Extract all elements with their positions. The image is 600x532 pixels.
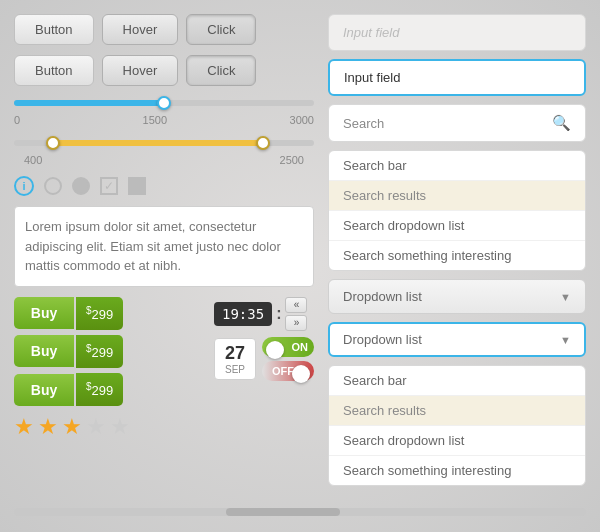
price-tag-2: $299 [76, 335, 123, 368]
input-field-empty[interactable]: Input field [328, 14, 586, 51]
dropdown-list-2: Search bar Search results Search dropdow… [328, 365, 586, 486]
scrollbar-thumb [226, 508, 340, 516]
button-hover-1[interactable]: Hover [102, 14, 179, 45]
buy-button-2[interactable]: Buy [14, 335, 74, 367]
toggle-off[interactable]: OFF [262, 361, 314, 381]
buy-row-2: Buy $299 [14, 335, 204, 368]
button-normal-2[interactable]: Button [14, 55, 94, 86]
button-row-1: Button Hover Click [14, 14, 314, 45]
button-click-1[interactable]: Click [186, 14, 256, 45]
star-5[interactable]: ★ [110, 414, 130, 440]
dropdown-select-2[interactable]: Dropdown list ▼ [328, 322, 586, 357]
button-click-2[interactable]: Click [186, 55, 256, 86]
price-tag-3: $299 [76, 373, 123, 406]
controls-group: 19:35 : « » 27 SEP ON OFF [214, 297, 314, 441]
slider-2: 400 2500 [14, 136, 314, 166]
buy-button-1[interactable]: Buy [14, 297, 74, 329]
dropdown-item-1-4[interactable]: Search something interesting [329, 241, 585, 270]
right-panel: Input field Input field Search 🔍 Search … [328, 14, 586, 486]
dropdown-item-2-3[interactable]: Search dropdown list [329, 426, 585, 456]
range-track[interactable] [14, 140, 314, 146]
buy-section: Buy $299 Buy $299 Buy $299 [14, 297, 204, 407]
left-panel: Button Hover Click Button Hover Click 0 … [14, 14, 314, 486]
checkbox-filled[interactable] [128, 177, 146, 195]
textarea[interactable]: Lorem ipsum dolor sit amet, consectetur … [14, 206, 314, 287]
star-2[interactable]: ★ [38, 414, 58, 440]
radio-selected[interactable] [72, 177, 90, 195]
slider-1-labels: 0 1500 3000 [14, 114, 314, 126]
slider-1-thumb[interactable] [157, 96, 171, 110]
buy-button-3[interactable]: Buy [14, 374, 74, 406]
dropdown-list-1: Search bar Search results Search dropdow… [328, 150, 586, 271]
slider-1-value: 1500 [143, 114, 167, 126]
calendar-month: SEP [225, 364, 245, 375]
button-row-2: Button Hover Click [14, 55, 314, 86]
slider-1-max: 3000 [290, 114, 314, 126]
dropdown-item-1-2[interactable]: Search results [329, 181, 585, 211]
range-thumb-right[interactable] [256, 136, 270, 150]
time-picker: 19:35 : « » [214, 297, 307, 331]
time-separator: : [276, 305, 281, 323]
bottom-scrollbar[interactable] [14, 508, 586, 516]
dropdown-select-1-label: Dropdown list [343, 289, 422, 304]
buy-row-1: Buy $299 [14, 297, 204, 330]
stars-row: ★ ★ ★ ★ ★ [14, 414, 204, 440]
calendar-box: 27 SEP [214, 338, 256, 380]
prev-arrow[interactable]: « [285, 297, 307, 313]
price-tag-1: $299 [76, 297, 123, 330]
checkbox-checked[interactable]: ✓ [100, 177, 118, 195]
dropdown-item-2-1[interactable]: Search bar [329, 366, 585, 396]
slider-1: 0 1500 3000 [14, 96, 314, 126]
search-placeholder: Search [343, 116, 384, 131]
range-fill [53, 140, 263, 146]
calendar-day: 27 [225, 343, 245, 364]
dropdown-select-1[interactable]: Dropdown list ▼ [328, 279, 586, 314]
calendar-toggle: 27 SEP ON OFF [214, 337, 314, 381]
dropdown-item-1-3[interactable]: Search dropdown list [329, 211, 585, 241]
range-labels: 400 2500 [14, 154, 314, 166]
star-1[interactable]: ★ [14, 414, 34, 440]
input-field-filled[interactable]: Input field [328, 59, 586, 96]
dropdown-select-2-label: Dropdown list [343, 332, 422, 347]
buy-row-3: Buy $299 [14, 373, 204, 406]
info-icon[interactable]: i [14, 176, 34, 196]
search-icon: 🔍 [552, 114, 571, 132]
button-hover-2[interactable]: Hover [102, 55, 179, 86]
bottom-section: Buy $299 Buy $299 Buy $299 ★ ★ [14, 297, 314, 441]
toggle-on[interactable]: ON [262, 337, 314, 357]
chevron-down-icon-2: ▼ [560, 334, 571, 346]
buy-group: Buy $299 Buy $299 Buy $299 ★ ★ [14, 297, 204, 441]
dropdown-item-2-4[interactable]: Search something interesting [329, 456, 585, 485]
range-left-val: 400 [24, 154, 42, 166]
time-display[interactable]: 19:35 [214, 302, 272, 326]
range-thumb-left[interactable] [46, 136, 60, 150]
dropdown-item-2-2[interactable]: Search results [329, 396, 585, 426]
radio-unselected[interactable] [44, 177, 62, 195]
button-normal-1[interactable]: Button [14, 14, 94, 45]
slider-1-min: 0 [14, 114, 20, 126]
range-right-val: 2500 [280, 154, 304, 166]
slider-1-fill [14, 100, 164, 106]
icons-row: i ✓ [14, 176, 314, 196]
time-arrows: « » [285, 297, 307, 331]
dropdown-item-1-1[interactable]: Search bar [329, 151, 585, 181]
search-box[interactable]: Search 🔍 [328, 104, 586, 142]
star-4[interactable]: ★ [86, 414, 106, 440]
next-arrow[interactable]: » [285, 315, 307, 331]
chevron-down-icon-1: ▼ [560, 291, 571, 303]
star-3[interactable]: ★ [62, 414, 82, 440]
slider-1-track[interactable] [14, 100, 314, 106]
